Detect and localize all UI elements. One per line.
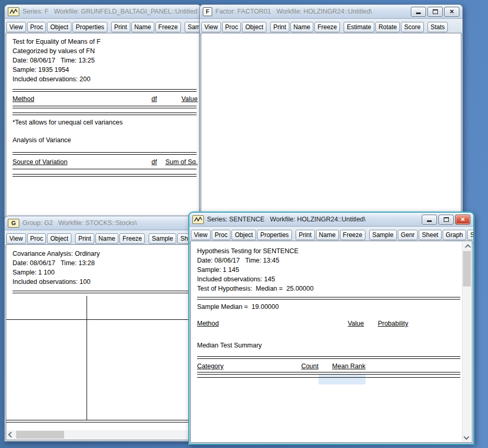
text-line: Test for Equality of Means of F (6, 37, 199, 46)
scroll-left-button[interactable] (7, 430, 16, 439)
toolbar-button-object[interactable]: Object (242, 22, 266, 32)
toolbar-button-sheet[interactable]: Sheet (419, 230, 441, 240)
output-header-block: Test for Equality of Means of FCategoriz… (6, 33, 199, 84)
toolbar-button-freeze[interactable]: Freeze (340, 230, 365, 240)
text-line: Date: 08/06/17 Time: 13:28 (6, 258, 193, 268)
divider (13, 152, 197, 155)
toolbar-button-estimate[interactable]: Estimate (344, 22, 374, 32)
toolbar-button-view[interactable]: View (201, 22, 221, 32)
toolbar-group: ViewProcObjectProperties (6, 22, 107, 32)
content-factor (201, 33, 461, 213)
close-icon: ✕ (460, 217, 465, 222)
toolbar-button-print[interactable]: Print (270, 22, 289, 32)
toolbar-button-name[interactable]: Name (131, 22, 154, 32)
content-group: Covariance Analysis: OrdinaryDate: 08/06… (6, 244, 193, 440)
window-factor[interactable]: F Factor: FACTOR01 Workfile: HOLZINGR24:… (199, 4, 463, 215)
titlebar-group[interactable]: G Group: G2 Workfile: STOCKS::Stocks\ (5, 216, 194, 230)
toolbar-button-genr[interactable]: Genr (398, 230, 418, 240)
minimize-button[interactable] (411, 7, 426, 17)
toolbar-button-stats[interactable]: Stats (428, 22, 448, 32)
titlebar-sentence[interactable]: Series: SENTENCE Workfile: HOLZINGR24::U… (189, 213, 473, 227)
toolbar-button-print[interactable]: Print (296, 230, 315, 240)
vertical-scrollbar[interactable] (462, 242, 471, 442)
toolbar-button-object[interactable]: Object (47, 22, 71, 32)
table-header-row: Source of VariationdfSum of Sq. (6, 157, 199, 167)
window-series-sentence[interactable]: Series: SENTENCE Workfile: HOLZINGR24::U… (189, 212, 474, 444)
window-title: Series: SENTENCE Workfile: HOLZINGR24::U… (207, 216, 365, 223)
toolbar-button-rotate[interactable]: Rotate (375, 22, 400, 32)
selection-highlight (319, 374, 365, 384)
divider (13, 174, 197, 177)
column-divider (87, 296, 87, 420)
toolbar-button-view[interactable]: View (191, 230, 211, 240)
titlebar-factor[interactable]: F Factor: FACTOR01 Workfile: HOLZINGR24:… (200, 5, 462, 19)
divider (13, 89, 197, 92)
toolbar-button-freeze[interactable]: Freeze (155, 22, 181, 32)
text-line: Sample: 1935 1954 (6, 65, 199, 74)
text-line: Included observations: 100 (6, 277, 193, 287)
toolbar-button-freeze[interactable]: Freeze (314, 22, 340, 32)
cell: Category (197, 363, 224, 370)
scrollbar-thumb[interactable] (463, 251, 471, 287)
toolbar-button-object[interactable]: Object (231, 230, 256, 240)
toolbar-button-proc[interactable]: Proc (212, 230, 231, 240)
toolbar-button-properties[interactable]: Properties (257, 230, 292, 240)
toolbar-button-sample[interactable]: Sample (369, 230, 397, 240)
toolbar-button-object[interactable]: Object (47, 233, 71, 244)
window-title: Series: F Workfile: GRUNFELD_BALTAGI_PAN… (22, 8, 198, 15)
correlation-table (6, 296, 193, 426)
text-line: Categorized by values of FN (6, 46, 199, 56)
toolbar-button-properties[interactable]: Properties (72, 22, 107, 32)
toolbar-button-view[interactable]: View (6, 22, 26, 32)
cell: df (152, 157, 157, 167)
minimize-button[interactable] (422, 215, 437, 225)
toolbar-group: PrintNameFreeze (111, 22, 181, 32)
horizontal-scrollbar[interactable] (7, 430, 192, 439)
toolbar-button-score[interactable]: Score (401, 22, 423, 32)
toolbar-button-freeze[interactable]: Freeze (119, 233, 145, 244)
toolbar-button-proc[interactable]: Proc (27, 233, 46, 244)
section-title: Analysis of Variance (6, 135, 199, 145)
scrollbar-thumb[interactable] (16, 431, 64, 439)
toolbar-button-proc[interactable]: Proc (222, 22, 241, 32)
cell: Sum of Sq. (165, 157, 198, 167)
toolbar-button-graph[interactable]: Graph (443, 230, 466, 240)
toolbar-button-view[interactable]: View (6, 233, 26, 244)
close-button[interactable]: ✕ (444, 7, 459, 17)
text-line: Test of Hypothesis: Median = 25.00000 (191, 284, 472, 293)
toolbar-group: PrintNameFreeze (270, 22, 340, 32)
toolbar-button-print[interactable]: Print (75, 233, 94, 244)
cell: Method (197, 320, 219, 327)
eviews-workspace: Series: F Workfile: GRUNFELD_BALTAGI_PAN… (0, 0, 488, 448)
toolbar-group: ViewProcObject (201, 22, 266, 32)
cell: Mean Rank (332, 362, 365, 371)
close-icon: ✕ (449, 9, 454, 15)
restore-button[interactable] (428, 7, 443, 17)
titlebar-series-f[interactable]: Series: F Workfile: GRUNFELD_BALTAGI_PAN… (5, 5, 201, 19)
toolbar-button-proc[interactable]: Proc (27, 22, 46, 32)
toolbar-button-stats[interactable]: Stats (467, 230, 473, 240)
toolbar-button-name[interactable]: Name (290, 22, 313, 32)
divider (197, 297, 460, 300)
scroll-up-button[interactable] (462, 242, 471, 251)
toolbar-button-sample[interactable]: Sample (185, 22, 201, 32)
window-series-f[interactable]: Series: F Workfile: GRUNFELD_BALTAGI_PAN… (4, 4, 201, 220)
text-line: Date: 08/06/17 Time: 13:45 (191, 256, 472, 265)
toolbar-button-name[interactable]: Name (316, 230, 339, 240)
toolbar-group: ViewProcObjectProperties (191, 230, 292, 240)
toolbar-button-name[interactable]: Name (95, 233, 118, 244)
divider (197, 356, 460, 359)
close-button[interactable]: ✕ (455, 215, 470, 225)
factor-icon: F (203, 7, 212, 16)
toolbar-button-print[interactable]: Print (111, 22, 130, 32)
text-line: Hypothesis Testing for SENTENCE (191, 246, 472, 256)
series-icon (8, 7, 19, 16)
restore-button[interactable] (438, 215, 454, 225)
table-header-row: CategoryCountMean Rank (191, 362, 472, 371)
divider (197, 377, 460, 378)
scroll-down-button[interactable] (462, 433, 471, 442)
window-group-g2[interactable]: G Group: G2 Workfile: STOCKS::Stocks\ Vi… (4, 216, 195, 442)
table-header-row: MethodValueProbability (191, 319, 472, 328)
toolbar-button-sample[interactable]: Sample (149, 233, 176, 244)
text-line: Sample: 1 145 (191, 265, 472, 275)
